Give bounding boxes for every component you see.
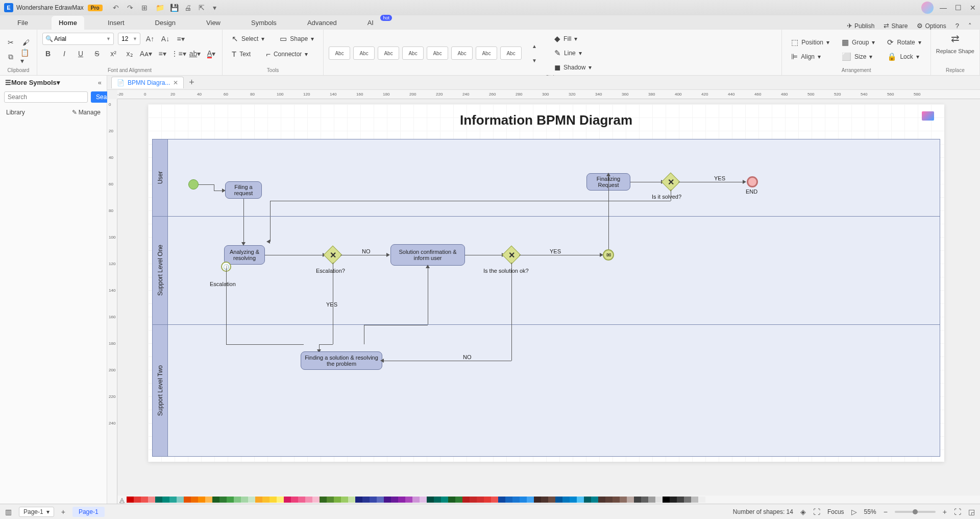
color-swatch[interactable] xyxy=(377,497,384,503)
color-picker-icon[interactable]: ◬ xyxy=(117,496,127,504)
task-analyzing[interactable]: Analyzing & resolving xyxy=(224,245,265,265)
color-swatch[interactable] xyxy=(648,497,655,503)
subscript-icon[interactable]: x₂ xyxy=(124,48,135,59)
align-icon[interactable]: ≡▾ xyxy=(175,33,186,44)
color-swatch[interactable] xyxy=(127,497,134,503)
style-swatch[interactable]: Abc xyxy=(402,46,424,60)
format-painter-icon[interactable]: 🖌 xyxy=(20,37,32,48)
color-swatch[interactable] xyxy=(405,497,412,503)
options-button[interactable]: ⚙Options xyxy=(917,22,946,30)
add-tab-icon[interactable]: + xyxy=(189,77,194,88)
tab-ai[interactable]: AIhot xyxy=(360,16,381,30)
sidebar-title[interactable]: More Symbols xyxy=(11,79,57,86)
shape-tool[interactable]: ▭Shape ▾ xyxy=(276,33,318,45)
color-swatch[interactable] xyxy=(670,497,677,503)
color-swatch[interactable] xyxy=(348,497,355,503)
increase-font-icon[interactable]: A↑ xyxy=(144,33,156,44)
connector[interactable] xyxy=(428,266,428,325)
style-swatch[interactable]: Abc xyxy=(451,46,473,60)
color-swatch[interactable] xyxy=(398,497,405,503)
focus-icon[interactable]: ⛶ xyxy=(813,508,820,516)
color-swatch[interactable] xyxy=(434,497,441,503)
color-swatch[interactable] xyxy=(655,497,663,503)
color-swatch[interactable] xyxy=(355,497,362,503)
user-avatar[interactable] xyxy=(921,2,934,14)
document-tab[interactable]: 📄 BPMN Diagra... ✕ xyxy=(111,77,184,88)
present-icon[interactable]: ▷ xyxy=(851,508,857,516)
close-tab-icon[interactable]: ✕ xyxy=(173,79,178,86)
palette-colors[interactable] xyxy=(127,497,980,503)
color-swatch[interactable] xyxy=(370,497,377,503)
bullets-icon[interactable]: ⋮≡▾ xyxy=(173,48,184,59)
connector[interactable] xyxy=(465,255,503,255)
gallery-down-icon[interactable]: ▼ xyxy=(529,55,540,66)
publish-button[interactable]: ✈Publish xyxy=(847,22,874,30)
help-button[interactable]: ? xyxy=(955,22,959,30)
search-input[interactable] xyxy=(4,91,88,103)
color-swatch[interactable] xyxy=(691,497,698,503)
print-icon[interactable]: 🖨 xyxy=(184,4,192,12)
line-spacing-icon[interactable]: ≡▾ xyxy=(157,48,168,59)
fit-page-icon[interactable]: ⛶ xyxy=(954,508,961,516)
fill-button[interactable]: ◆Fill ▾ xyxy=(550,33,596,45)
color-swatch[interactable] xyxy=(477,497,484,503)
color-swatch[interactable] xyxy=(470,497,477,503)
lane-support-two[interactable]: Support Level Two Finding a solution & r… xyxy=(153,324,940,456)
color-swatch[interactable] xyxy=(462,497,470,503)
color-swatch[interactable] xyxy=(155,497,162,503)
connector[interactable] xyxy=(226,268,227,344)
color-swatch[interactable] xyxy=(698,497,705,503)
connector[interactable] xyxy=(340,255,387,255)
sidebar-collapse-icon[interactable]: « xyxy=(98,79,102,86)
share-button[interactable]: ⇄Share xyxy=(884,22,908,30)
minimize-icon[interactable]: — xyxy=(940,4,947,12)
style-swatch[interactable]: Abc xyxy=(329,46,350,60)
color-swatch[interactable] xyxy=(455,497,462,503)
color-swatch[interactable] xyxy=(591,497,598,503)
underline-icon[interactable]: U xyxy=(75,48,86,59)
maximize-icon[interactable]: ☐ xyxy=(955,4,962,12)
style-gallery[interactable]: Abc Abc Abc Abc Abc Abc Abc Abc xyxy=(329,46,522,60)
connector[interactable] xyxy=(382,361,511,361)
color-swatch[interactable] xyxy=(148,497,155,503)
color-swatch[interactable] xyxy=(191,497,198,503)
page[interactable]: Information BPMN Diagram User xyxy=(148,104,944,462)
color-swatch[interactable] xyxy=(212,497,219,503)
color-swatch[interactable] xyxy=(448,497,455,503)
color-swatch[interactable] xyxy=(162,497,169,503)
superscript-icon[interactable]: x² xyxy=(108,48,119,59)
start-event[interactable] xyxy=(188,179,199,190)
manage-button[interactable]: ✎Manage xyxy=(72,109,101,116)
connector[interactable] xyxy=(671,190,671,201)
library-label[interactable]: Library xyxy=(6,109,25,116)
color-swatch[interactable] xyxy=(305,497,312,503)
color-swatch[interactable] xyxy=(684,497,691,503)
color-swatch[interactable] xyxy=(641,497,648,503)
color-swatch[interactable] xyxy=(262,497,270,503)
align-button[interactable]: ⊫Align▾ xyxy=(787,51,834,63)
size-button[interactable]: ⬜Size▾ xyxy=(838,51,879,63)
gateway-solution-ok[interactable]: ✕ xyxy=(502,246,521,265)
cut-icon[interactable]: ✂ xyxy=(5,37,16,48)
redo-icon[interactable]: ↷ xyxy=(127,4,135,12)
color-swatch[interactable] xyxy=(270,497,277,503)
color-swatch[interactable] xyxy=(234,497,241,503)
tab-file[interactable]: File xyxy=(10,16,35,30)
connector[interactable] xyxy=(319,344,333,345)
collapse-ribbon-button[interactable]: ˄ xyxy=(968,22,972,30)
color-swatch[interactable] xyxy=(291,497,298,503)
tab-home[interactable]: Home xyxy=(52,16,84,30)
color-swatch[interactable] xyxy=(298,497,305,503)
rotate-button[interactable]: ⟳Rotate▾ xyxy=(883,36,925,49)
zoom-out-icon[interactable]: − xyxy=(884,508,888,516)
color-swatch[interactable] xyxy=(427,497,434,503)
tab-symbols[interactable]: Symbols xyxy=(244,16,284,30)
lock-button[interactable]: 🔒Lock▾ xyxy=(883,51,925,63)
lane-header-user[interactable]: User xyxy=(153,139,168,216)
font-color-icon[interactable]: A▾ xyxy=(206,48,217,59)
lane-user[interactable]: User Filing a request Finalizing Request xyxy=(153,139,940,216)
color-swatch[interactable] xyxy=(177,497,184,503)
color-swatch[interactable] xyxy=(284,497,291,503)
color-swatch[interactable] xyxy=(219,497,227,503)
color-swatch[interactable] xyxy=(241,497,248,503)
